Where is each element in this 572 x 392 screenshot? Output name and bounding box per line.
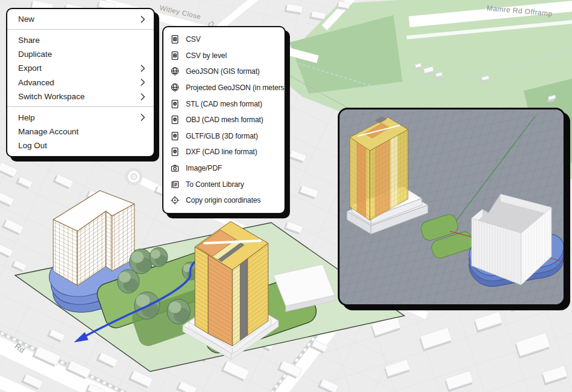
submenu-item-csv[interactable]: CSV [163,31,284,48]
tower-yellow-model[interactable] [195,221,268,346]
submenu-item-label: Image/PDF [186,164,222,172]
context-menu: New Share Duplicate Export Advanced Swit… [6,8,155,157]
chevron-right-icon [140,114,145,121]
menu-item-log-out[interactable]: Log Out [7,139,154,152]
content-library-icon [170,180,180,189]
submenu-item-obj[interactable]: OBJ (CAD mesh format) [163,112,284,128]
map-canvas[interactable]: Witley Close Cr Mamre Rd Offramp Rd [0,0,572,392]
menu-item-share[interactable]: Share [7,33,154,47]
origin-crosshair-icon [170,195,180,205]
submenu-item-copy-origin[interactable]: Copy origin coordinates [163,192,284,209]
chevron-right-icon [140,79,145,86]
submenu-item-projected-geojson[interactable]: Projected GeoJSON (in meters) [163,80,284,96]
globe-export-icon [170,67,180,76]
globe-export-icon [170,83,180,93]
submenu-item-geojson[interactable]: GeoJSON (GIS format) [163,64,284,80]
submenu-item-label: STL (CAD mesh format) [186,100,262,108]
chevron-right-icon [140,16,145,23]
submenu-item-label: To Content Library [186,180,244,189]
menu-item-label: Advanced [18,78,54,87]
spreadsheet-file-icon [170,34,180,44]
menu-item-switch-workspace[interactable]: Switch Workspace [7,90,154,103]
menu-item-new[interactable]: New [7,12,154,26]
submenu-item-image-pdf[interactable]: Image/PDF [163,160,284,177]
spreadsheet-file-icon [170,51,180,60]
submenu-item-csv-by-level[interactable]: CSV by level [163,48,284,64]
menu-item-label: Switch Workspace [18,92,85,101]
submenu-item-label: GeoJSON (GIS format) [186,67,260,76]
menu-item-manage-account[interactable]: Manage Account [7,125,154,139]
cad-file-icon [170,115,180,125]
cad-file-icon [170,131,180,141]
menu-item-label: Share [18,36,40,45]
submenu-item-label: GLTF/GLB (3D format) [186,132,258,140]
submenu-item-label: CSV by level [186,51,226,60]
menu-item-label: Manage Account [18,127,79,136]
export-submenu: CSV CSV by level GeoJSON (GIS format) Pr… [162,26,286,214]
menu-item-label: Export [18,64,42,73]
menu-item-label: Help [18,113,35,122]
camera-icon [170,163,180,173]
menu-item-label: Duplicate [18,50,52,59]
menu-item-label: Log Out [18,141,47,150]
cad-file-icon [170,147,180,157]
menu-item-help[interactable]: Help [7,110,154,124]
submenu-item-content-library[interactable]: To Content Library [163,176,284,192]
menu-divider [7,29,154,30]
menu-item-export[interactable]: Export [7,61,154,75]
submenu-item-label: CSV [186,35,200,44]
submenu-item-stl[interactable]: STL (CAD mesh format) [163,96,284,112]
preview-3d-viewport[interactable] [340,109,564,304]
submenu-item-label: DXF (CAD line format) [186,148,257,156]
submenu-item-label: Copy origin coordinates [186,196,261,204]
roundabout [127,169,141,184]
cad-file-icon [170,99,180,109]
chevron-right-icon [140,65,145,72]
menu-item-label: New [18,15,35,24]
submenu-item-label: Projected GeoJSON (in meters) [186,83,286,92]
menu-item-advanced[interactable]: Advanced [7,76,154,90]
menu-divider [7,106,154,107]
submenu-item-dxf[interactable]: DXF (CAD line format) [163,144,284,160]
submenu-item-label: OBJ (CAD mesh format) [186,116,263,124]
submenu-item-gltf[interactable]: GLTF/GLB (3D format) [163,128,284,145]
menu-item-duplicate[interactable]: Duplicate [7,47,154,61]
chevron-right-icon [140,93,145,100]
preview-3d-panel[interactable] [338,108,565,306]
